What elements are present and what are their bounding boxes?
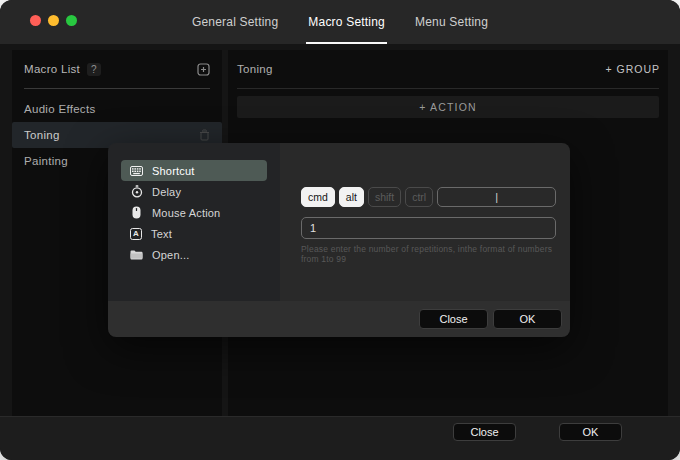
macro-detail-title: Toning [237,63,273,75]
tab-general-setting[interactable]: General Setting [190,0,280,44]
action-dialog: Shortcut Delay [108,143,570,337]
sidebar-divider [24,88,210,89]
repeat-count-input[interactable] [301,217,556,239]
settings-tabs: General Setting Macro Setting Menu Setti… [0,0,680,44]
text-cursor: | [495,191,498,203]
menu-item-mouse-action[interactable]: Mouse Action [121,202,267,223]
add-action-button[interactable]: + ACTION [237,96,659,118]
action-dialog-body: Shortcut Delay [108,143,570,301]
macro-item-label: Toning [24,129,60,141]
dialog-ok-button[interactable]: OK [493,309,562,329]
folder-icon [130,249,143,260]
macro-detail-divider [237,88,659,89]
delete-macro-button[interactable] [199,129,210,141]
window-close-button[interactable]: Close [453,423,516,441]
sidebar-title: Macro List [24,63,80,75]
modifier-row: cmd alt shift ctrl | [301,187,556,207]
plus-icon [197,63,210,76]
tab-macro-setting[interactable]: Macro Setting [306,0,387,44]
menu-item-shortcut[interactable]: Shortcut [121,160,267,181]
keyboard-icon [130,166,143,176]
menu-item-text[interactable]: A Text [121,223,267,244]
window-ok-button[interactable]: OK [559,423,622,441]
action-type-menu: Shortcut Delay [108,143,280,301]
add-group-button[interactable]: + GROUP [605,63,660,75]
window-footer: Close OK [0,416,680,460]
shortcut-config-panel: cmd alt shift ctrl | Please enter the nu… [280,143,570,301]
macro-item-label: Audio Effects [24,103,95,115]
titlebar: General Setting Macro Setting Menu Setti… [0,0,680,44]
trash-icon [199,129,210,141]
text-icon: A [130,228,142,240]
macro-detail-header: Toning + GROUP [237,50,660,88]
action-dialog-footer: Close OK [108,301,570,337]
menu-item-label: Delay [152,186,181,198]
repeat-helper-text: Please enter the number of repetitions, … [301,244,560,264]
dialog-close-button[interactable]: Close [419,309,488,329]
menu-item-label: Mouse Action [152,207,220,219]
settings-window: General Setting Macro Setting Menu Setti… [0,0,680,460]
macro-item-audio-effects[interactable]: Audio Effects [12,96,222,122]
menu-item-delay[interactable]: Delay [121,181,267,202]
menu-item-label: Text [151,228,172,240]
add-macro-button[interactable] [197,63,210,76]
tab-menu-setting[interactable]: Menu Setting [413,0,490,44]
shortcut-key-input[interactable]: | [437,187,556,207]
stopwatch-icon [130,185,143,198]
menu-item-label: Shortcut [152,165,195,177]
help-icon[interactable]: ? [87,63,101,76]
menu-item-label: Open... [152,249,189,261]
macro-item-label: Painting [24,155,68,167]
modifier-cmd-button[interactable]: cmd [301,187,335,207]
sidebar-header: Macro List ? [12,50,222,88]
modifier-alt-button[interactable]: alt [339,187,364,207]
modifier-shift-button[interactable]: shift [368,187,401,207]
menu-item-open[interactable]: Open... [121,244,267,265]
modifier-ctrl-button[interactable]: ctrl [405,187,433,207]
mouse-icon [130,206,143,219]
